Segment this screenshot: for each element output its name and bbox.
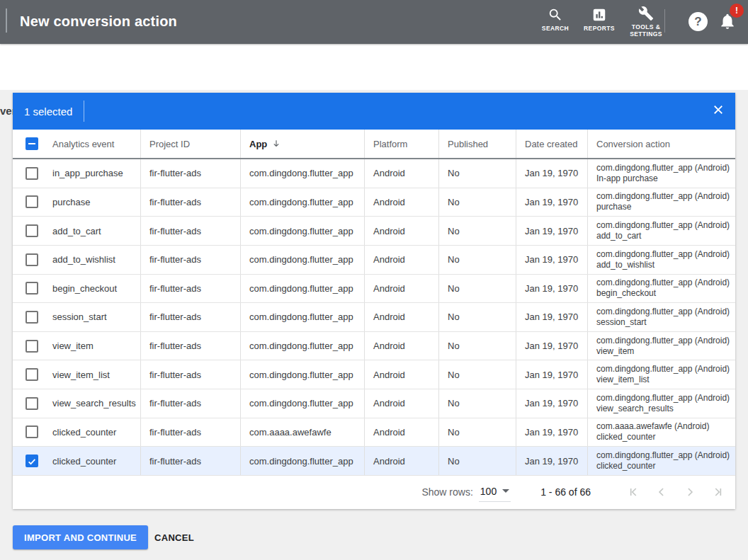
wrench-icon [638, 6, 654, 21]
row-checkbox-cell [13, 418, 44, 447]
select-all-checkbox[interactable] [26, 137, 38, 150]
cell-conversion-action: com.dingdong.flutter_app (Android) add_t… [587, 246, 735, 274]
cell-analytics-event: in_app_purchase [44, 159, 140, 188]
table-header-row: Analytics event Project ID App Platform … [13, 130, 735, 159]
app-bar: New conversion action SEARCH REPORTS TOO… [0, 0, 748, 44]
cell-project-id: fir-flutter-ads [140, 332, 240, 360]
column-header-analytics-event[interactable]: Analytics event [44, 130, 140, 158]
help-button[interactable]: ? [688, 12, 708, 31]
row-checkbox[interactable] [26, 340, 38, 353]
cell-project-id: fir-flutter-ads [140, 217, 240, 245]
cell-app: com.dingdong.flutter_app [240, 303, 364, 331]
first-page-button[interactable] [625, 484, 642, 501]
previous-page-icon [654, 485, 669, 499]
cell-date-created: Jan 19, 1970 [516, 332, 587, 360]
notification-badge: ! [730, 4, 744, 18]
table-row[interactable]: purchase fir-flutter-ads com.dingdong.fl… [13, 188, 735, 217]
cell-conversion-action: com.aaaa.awefawfe (Android) clicked_coun… [587, 418, 735, 447]
nav-search-button[interactable]: SEARCH [533, 7, 578, 32]
cell-project-id: fir-flutter-ads [140, 418, 240, 447]
search-icon [548, 7, 563, 23]
show-rows-label: Show rows: [421, 486, 472, 498]
table-row[interactable]: begin_checkout fir-flutter-ads com.dingd… [13, 275, 735, 304]
cell-date-created: Jan 19, 1970 [516, 389, 587, 418]
row-checkbox[interactable] [26, 253, 38, 266]
table-row[interactable]: clicked_counter fir-flutter-ads com.aaaa… [13, 418, 735, 447]
cell-platform: Android [364, 275, 438, 303]
row-checkbox[interactable] [26, 282, 38, 295]
bar-chart-icon [591, 7, 607, 23]
row-checkbox[interactable] [26, 368, 38, 381]
row-checkbox-cell [13, 159, 44, 188]
column-header-platform[interactable]: Platform [364, 130, 438, 158]
row-checkbox-cell [13, 188, 44, 217]
table-row[interactable]: view_item_list fir-flutter-ads com.dingd… [13, 360, 735, 389]
cell-date-created: Jan 19, 1970 [516, 159, 587, 188]
row-checkbox[interactable] [26, 311, 38, 324]
table-row[interactable]: session_start fir-flutter-ads com.dingdo… [13, 303, 735, 332]
cell-app: com.dingdong.flutter_app [240, 360, 364, 389]
cell-app: com.dingdong.flutter_app [240, 217, 364, 245]
row-checkbox-cell [13, 332, 44, 360]
cell-published: No [438, 418, 516, 447]
row-checkbox[interactable] [26, 167, 38, 180]
cell-published: No [438, 389, 516, 418]
cell-project-id: fir-flutter-ads [140, 360, 240, 389]
table-row[interactable]: add_to_cart fir-flutter-ads com.dingdong… [13, 217, 735, 246]
cell-conversion-action: com.dingdong.flutter_app (Android) sessi… [587, 303, 735, 331]
column-header-project-id[interactable]: Project ID [140, 130, 240, 158]
cell-analytics-event: view_item [44, 332, 140, 360]
last-page-icon [711, 485, 725, 499]
column-header-published[interactable]: Published [438, 130, 516, 158]
cell-app: com.dingdong.flutter_app [240, 159, 364, 188]
row-checkbox[interactable] [26, 195, 38, 208]
cell-analytics-event: clicked_counter [44, 418, 140, 447]
row-checkbox[interactable] [26, 425, 38, 438]
cell-app: com.dingdong.flutter_app [240, 389, 364, 418]
cell-project-id: fir-flutter-ads [140, 275, 240, 303]
table-row[interactable]: clicked_counter fir-flutter-ads com.ding… [13, 447, 735, 476]
cell-analytics-event: session_start [44, 303, 140, 331]
cell-platform: Android [364, 303, 438, 331]
cell-project-id: fir-flutter-ads [140, 159, 240, 188]
cell-published: No [438, 188, 516, 217]
show-rows-dropdown[interactable]: 100 [479, 483, 511, 502]
row-checkbox[interactable] [26, 397, 38, 410]
close-selection-button[interactable] [710, 103, 727, 120]
column-header-conversion-action[interactable]: Conversion action [587, 130, 735, 158]
appbar-left-divider [6, 8, 7, 33]
column-header-date-created[interactable]: Date created [516, 130, 587, 158]
cell-platform: Android [364, 159, 438, 188]
cell-platform: Android [364, 332, 438, 360]
cell-conversion-action: com.dingdong.flutter_app (Android) begin… [587, 275, 735, 303]
table-row[interactable]: view_item fir-flutter-ads com.dingdong.f… [13, 332, 735, 361]
table-row[interactable]: add_to_wishlist fir-flutter-ads com.ding… [13, 246, 735, 275]
column-header-app[interactable]: App [240, 130, 364, 158]
next-page-button[interactable] [681, 484, 698, 501]
cell-analytics-event: clicked_counter [44, 447, 140, 475]
import-and-continue-button[interactable]: IMPORT AND CONTINUE [13, 525, 148, 549]
cell-platform: Android [364, 188, 438, 217]
cell-published: No [438, 360, 516, 389]
table-row[interactable]: in_app_purchase fir-flutter-ads com.ding… [13, 159, 735, 188]
table-row[interactable]: view_search_results fir-flutter-ads com.… [13, 389, 735, 418]
previous-page-button[interactable] [653, 484, 670, 501]
cell-platform: Android [364, 389, 438, 418]
cell-conversion-action: com.dingdong.flutter_app (Android) purch… [587, 188, 735, 217]
pagination-range-text: 1 - 66 of 66 [540, 486, 591, 498]
last-page-button[interactable] [710, 484, 727, 501]
header-checkbox-cell [13, 130, 44, 158]
cell-analytics-event: add_to_cart [44, 217, 140, 245]
events-table-card: 1 selected Analytics event Project ID Ap… [13, 93, 735, 509]
cell-published: No [438, 303, 516, 331]
row-checkbox[interactable] [26, 455, 38, 467]
cell-project-id: fir-flutter-ads [140, 246, 240, 274]
cell-date-created: Jan 19, 1970 [516, 217, 587, 245]
table-footer: Show rows: 100 1 - 66 of 66 [13, 476, 735, 509]
row-checkbox-cell [13, 217, 44, 245]
row-checkbox-cell [13, 447, 44, 475]
row-checkbox[interactable] [26, 224, 38, 237]
cancel-button[interactable]: CANCEL [149, 525, 200, 549]
cell-conversion-action: com.dingdong.flutter_app (Android) click… [587, 447, 735, 475]
nav-reports-button[interactable]: REPORTS [577, 7, 622, 32]
